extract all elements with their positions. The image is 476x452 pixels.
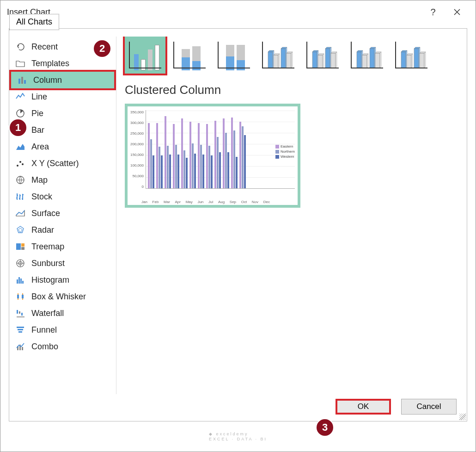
svg-rect-34	[287, 53, 291, 68]
sidebar-item-label: Recent	[31, 42, 58, 52]
annotation-callout-2: 2	[93, 39, 111, 58]
svg-rect-12	[21, 243, 24, 247]
svg-rect-17	[18, 277, 20, 284]
sidebar-item-label: Surface	[31, 209, 60, 218]
svg-rect-27	[18, 331, 22, 333]
svg-rect-41	[370, 49, 374, 68]
subtype-3d-clustered-column[interactable]	[258, 37, 299, 74]
sidebar-item-treemap[interactable]: Treemap	[9, 238, 116, 255]
svg-rect-13	[21, 247, 24, 250]
sidebar-item-funnel[interactable]: Funnel	[9, 322, 116, 338]
tab-row: All Charts	[9, 14, 467, 30]
sidebar-item-histogram[interactable]: Histogram	[9, 272, 116, 288]
svg-rect-36	[318, 55, 323, 68]
stock-icon	[15, 192, 26, 202]
svg-rect-11	[16, 243, 21, 250]
main-panel: Clustered Column 350,000300,000250,00020…	[116, 37, 467, 394]
dialog-body: All Charts RecentTemplatesColumnLinePieB…	[9, 28, 467, 421]
pie-icon	[15, 108, 26, 118]
sidebar-item-label: Bar	[31, 125, 44, 135]
svg-rect-39	[357, 52, 361, 68]
svg-rect-22	[17, 310, 18, 314]
subtype-stacked-column[interactable]	[169, 37, 210, 74]
svg-rect-0	[18, 79, 20, 84]
sidebar-item-label: Pie	[31, 109, 43, 118]
line-icon	[15, 92, 26, 102]
annotation-callout-1: 1	[9, 118, 27, 137]
sidebar-item-label: Area	[31, 142, 49, 152]
sidebar-item-stock[interactable]: Stock	[9, 188, 116, 205]
svg-rect-46	[420, 53, 424, 68]
subtype-clustered-column[interactable]	[125, 37, 165, 74]
map-icon	[15, 175, 26, 185]
sidebar-item-scatter[interactable]: X Y (Scatter)	[9, 155, 116, 172]
subtype-3d-column[interactable]	[391, 37, 432, 74]
sidebar-item-radar[interactable]: Radar	[9, 222, 116, 238]
scatter-icon	[15, 158, 26, 168]
area-icon	[15, 142, 26, 152]
subtype-3d-100-stacked-column[interactable]	[347, 37, 387, 74]
chart-category-sidebar: RecentTemplatesColumnLinePieBarAreaX Y (…	[9, 37, 116, 394]
sidebar-item-combo[interactable]: Combo	[9, 338, 116, 355]
svg-rect-16	[17, 279, 18, 284]
svg-rect-25	[17, 327, 24, 328]
svg-rect-1	[21, 77, 23, 84]
sidebar-item-label: Histogram	[31, 275, 69, 285]
cancel-button[interactable]: Cancel	[401, 399, 457, 415]
column-icon	[17, 75, 28, 85]
svg-rect-33	[281, 49, 286, 68]
sidebar-item-label: Combo	[31, 342, 58, 352]
svg-rect-23	[19, 311, 20, 314]
svg-rect-40	[362, 55, 367, 68]
svg-point-7	[17, 165, 18, 167]
chart-subtype-row	[125, 37, 458, 74]
annotation-callout-3: 3	[316, 418, 334, 437]
sidebar-item-surface[interactable]: Surface	[9, 205, 116, 222]
radar-icon	[15, 225, 26, 235]
funnel-icon	[15, 325, 26, 335]
sidebar-item-label: Box & Whisker	[31, 292, 86, 302]
subtype-3d-stacked-column[interactable]	[302, 37, 343, 74]
svg-point-8	[19, 161, 21, 163]
watermark: ◆ exceldemy EXCEL · DATA · BI	[209, 429, 267, 441]
preview-plot-area	[146, 110, 295, 189]
svg-point-9	[22, 163, 24, 165]
sidebar-item-pie[interactable]: Pie	[9, 105, 116, 122]
svg-rect-20	[17, 295, 19, 298]
sidebar-item-waterfall[interactable]: Waterfall	[9, 305, 116, 322]
sidebar-item-label: Radar	[31, 225, 54, 235]
sidebar-item-label: Funnel	[31, 325, 57, 335]
sidebar-item-box[interactable]: Box & Whisker	[9, 288, 116, 305]
tab-all-charts[interactable]: All Charts	[9, 14, 59, 30]
watermark-logo-icon: ◆	[209, 432, 216, 436]
sidebar-item-sunburst[interactable]: Sunburst	[9, 255, 116, 272]
content-area: RecentTemplatesColumnLinePieBarAreaX Y (…	[9, 30, 467, 394]
svg-rect-43	[401, 52, 406, 68]
sidebar-item-map[interactable]: Map	[9, 172, 116, 188]
svg-rect-35	[312, 52, 317, 68]
sidebar-item-label: Column	[33, 75, 62, 85]
svg-rect-45	[414, 49, 419, 68]
svg-rect-2	[24, 80, 26, 84]
sidebar-item-label: Line	[31, 92, 47, 102]
svg-rect-44	[407, 55, 411, 68]
chart-preview[interactable]: 350,000300,000250,000200,000150,000100,0…	[125, 104, 300, 208]
ok-button[interactable]: OK	[336, 399, 391, 415]
sidebar-item-area[interactable]: Area	[9, 138, 116, 155]
dialog-buttons: OK Cancel	[9, 394, 467, 421]
folder-icon	[15, 58, 26, 68]
waterfall-icon	[15, 308, 26, 318]
treemap-icon	[15, 241, 26, 252]
subtype-100-stacked-column[interactable]	[214, 37, 254, 74]
sidebar-item-column[interactable]: Column	[9, 70, 116, 90]
sidebar-item-label: Stock	[31, 192, 52, 202]
resize-grip-icon[interactable]	[459, 414, 466, 420]
sidebar-item-line[interactable]: Line	[9, 88, 116, 105]
combo-icon	[15, 341, 26, 352]
svg-rect-30	[22, 347, 23, 350]
preview-y-axis: 350,000300,000250,000200,000150,000100,0…	[130, 110, 146, 189]
sidebar-item-label: X Y (Scatter)	[31, 159, 79, 168]
sidebar-item-label: Map	[31, 175, 48, 185]
svg-rect-38	[331, 53, 336, 68]
sidebar-item-label: Templates	[31, 59, 69, 68]
